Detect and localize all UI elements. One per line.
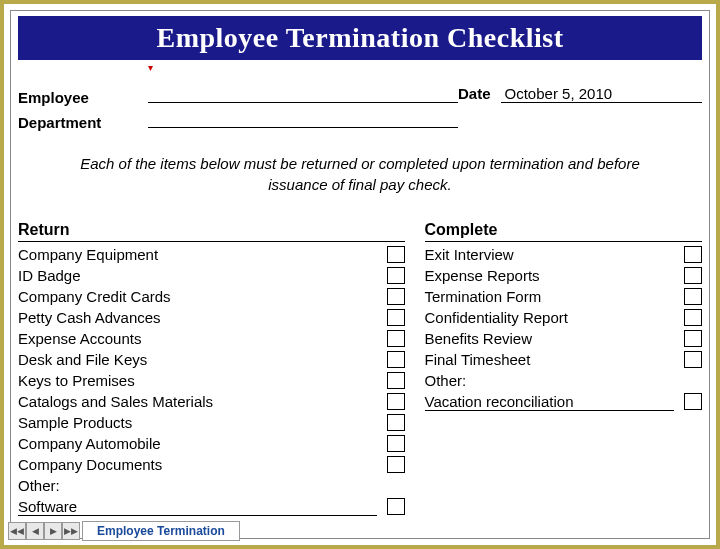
return-item: Company Automobile [18, 433, 405, 454]
return-item: Company Credit Cards [18, 286, 405, 307]
complete-item: Termination Form [425, 286, 703, 307]
complete-item: Expense Reports [425, 265, 703, 286]
sheet-tab[interactable]: Employee Termination [82, 521, 240, 541]
item-label: Exit Interview [425, 246, 675, 263]
item-label: Termination Form [425, 288, 675, 305]
return-item: Desk and File Keys [18, 349, 405, 370]
item-label: ID Badge [18, 267, 377, 284]
return-item: Sample Products [18, 412, 405, 433]
item-label: Expense Accounts [18, 330, 377, 347]
checkbox[interactable] [684, 393, 702, 410]
return-item: Catalogs and Sales Materials [18, 391, 405, 412]
checkbox[interactable] [684, 309, 702, 326]
checkbox[interactable] [387, 372, 405, 389]
checkbox[interactable] [684, 330, 702, 347]
checkbox[interactable] [387, 351, 405, 368]
nav-first-icon[interactable]: ◀◀ [8, 522, 26, 540]
nav-last-icon[interactable]: ▶▶ [62, 522, 80, 540]
return-item: Other: [18, 475, 405, 496]
employee-label: Employee [18, 89, 148, 106]
checkbox[interactable] [684, 246, 702, 263]
item-label: Final Timesheet [425, 351, 675, 368]
item-label: Desk and File Keys [18, 351, 377, 368]
date-input[interactable]: October 5, 2010 [501, 85, 702, 103]
item-label: Company Equipment [18, 246, 377, 263]
complete-item: Other: [425, 370, 703, 391]
return-item: Software [18, 496, 405, 517]
item-label: Catalogs and Sales Materials [18, 393, 377, 410]
nav-next-icon[interactable]: ▶ [44, 522, 62, 540]
item-label: Company Automobile [18, 435, 377, 452]
date-label: Date [458, 85, 491, 102]
item-label: Petty Cash Advances [18, 309, 377, 326]
checkbox[interactable] [387, 456, 405, 473]
item-label: Other: [425, 372, 675, 389]
complete-item: Confidentiality Report [425, 307, 703, 328]
checkbox[interactable] [387, 498, 405, 515]
return-item: ID Badge [18, 265, 405, 286]
item-label: Sample Products [18, 414, 377, 431]
header-fields: Employee Department Date October 5, 2010 [18, 85, 702, 135]
department-label: Department [18, 114, 148, 131]
checkbox[interactable] [684, 351, 702, 368]
complete-item: Exit Interview [425, 244, 703, 265]
nav-prev-icon[interactable]: ◀ [26, 522, 44, 540]
checklist-columns: Return Company EquipmentID BadgeCompany … [18, 221, 702, 517]
item-label: Keys to Premises [18, 372, 377, 389]
item-label: Other: [18, 477, 377, 494]
item-label: Company Documents [18, 456, 377, 473]
checkbox[interactable] [387, 435, 405, 452]
item-label: Expense Reports [425, 267, 675, 284]
complete-item: Final Timesheet [425, 349, 703, 370]
checkbox[interactable] [387, 330, 405, 347]
checkbox[interactable] [684, 288, 702, 305]
item-label: Software [18, 498, 377, 516]
checkbox[interactable] [684, 267, 702, 284]
return-item: Company Documents [18, 454, 405, 475]
complete-column: Complete Exit InterviewExpense ReportsTe… [425, 221, 703, 517]
return-header: Return [18, 221, 405, 242]
item-label: Benefits Review [425, 330, 675, 347]
return-item: Keys to Premises [18, 370, 405, 391]
item-label: Confidentiality Report [425, 309, 675, 326]
document-title: Employee Termination Checklist [18, 16, 702, 60]
complete-item: Benefits Review [425, 328, 703, 349]
return-item: Expense Accounts [18, 328, 405, 349]
instructions-text: Each of the items below must be returned… [58, 153, 662, 195]
item-label: Company Credit Cards [18, 288, 377, 305]
return-column: Return Company EquipmentID BadgeCompany … [18, 221, 405, 517]
item-label: Vacation reconciliation [425, 393, 675, 411]
checkbox[interactable] [387, 393, 405, 410]
checkbox[interactable] [387, 267, 405, 284]
department-input[interactable] [148, 110, 458, 128]
checkbox[interactable] [387, 414, 405, 431]
return-item: Petty Cash Advances [18, 307, 405, 328]
checkbox[interactable] [387, 246, 405, 263]
return-item: Company Equipment [18, 244, 405, 265]
sheet-tab-bar: ◀◀ ◀ ▶ ▶▶ Employee Termination [8, 521, 240, 541]
checkbox[interactable] [387, 309, 405, 326]
employee-input[interactable] [148, 85, 458, 103]
comment-indicator: ▾ [148, 62, 702, 73]
checkbox[interactable] [387, 288, 405, 305]
complete-item: Vacation reconciliation [425, 391, 703, 412]
complete-header: Complete [425, 221, 703, 242]
